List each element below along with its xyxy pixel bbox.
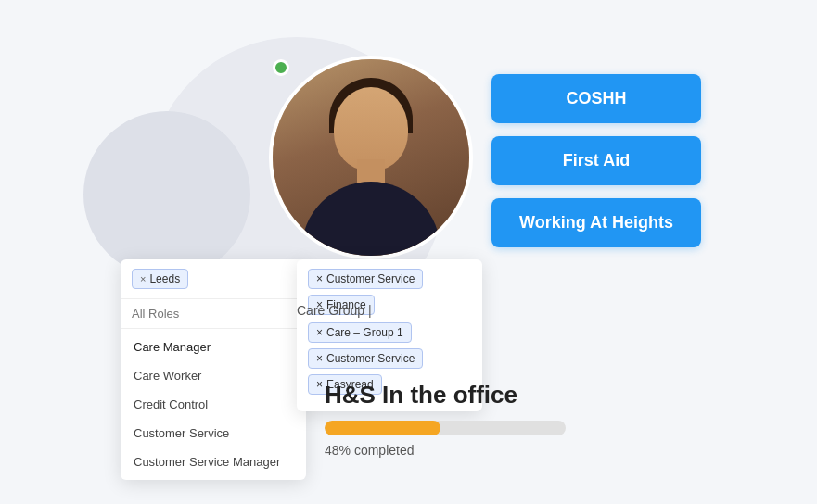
badge-first-aid: First Aid	[491, 136, 701, 185]
remove-easyread-icon[interactable]: ×	[316, 378, 323, 391]
filter-top-tags: × Leeds	[121, 259, 306, 299]
head	[334, 87, 408, 170]
tag-customer-service[interactable]: × Customer Service	[308, 269, 423, 289]
progress-bar-fill	[325, 421, 440, 435]
care-group-label: Care Group |	[297, 303, 372, 318]
filter-item-care-manager[interactable]: Care Manager	[121, 333, 306, 361]
tag-customer-service-2[interactable]: × Customer Service	[308, 348, 423, 369]
filter-item-care-worker[interactable]: Care Worker	[121, 361, 306, 390]
avatar-image	[273, 59, 469, 256]
remove-leeds-icon[interactable]: ×	[140, 273, 146, 284]
remove-care-icon[interactable]: ×	[316, 326, 323, 339]
status-indicator	[273, 59, 289, 76]
neck	[357, 159, 385, 183]
hs-card: H&S In the office 48% completed	[325, 381, 566, 458]
hs-title: H&S In the office	[325, 381, 566, 410]
filter-list: Care Manager Care Worker Credit Control …	[121, 329, 306, 480]
training-badges: COSHH First Aid Working At Heights	[491, 74, 701, 247]
filter-item-customer-service-manager[interactable]: Customer Service Manager	[121, 447, 306, 476]
roles-input[interactable]	[121, 299, 306, 329]
filter-item-customer-service[interactable]: Customer Service	[121, 419, 306, 447]
filter-item-credit-control[interactable]: Credit Control	[121, 390, 306, 419]
body	[301, 182, 440, 256]
progress-label: 48% completed	[325, 443, 566, 458]
filter-panel: × Leeds Care Manager Care Worker Credit …	[121, 259, 306, 480]
badge-coshh: COSHH	[491, 74, 701, 123]
avatar-circle	[269, 56, 473, 259]
remove-cs-icon[interactable]: ×	[316, 272, 323, 285]
filter-tag-leeds[interactable]: × Leeds	[132, 269, 188, 289]
tag-care-group[interactable]: × Care – Group 1	[308, 322, 412, 343]
progress-bar-background	[325, 421, 566, 435]
remove-cs2-icon[interactable]: ×	[316, 352, 323, 365]
bg-circle-small	[83, 111, 250, 278]
avatar-container	[269, 56, 473, 259]
badge-working-at-heights: Working At Heights	[491, 198, 701, 247]
